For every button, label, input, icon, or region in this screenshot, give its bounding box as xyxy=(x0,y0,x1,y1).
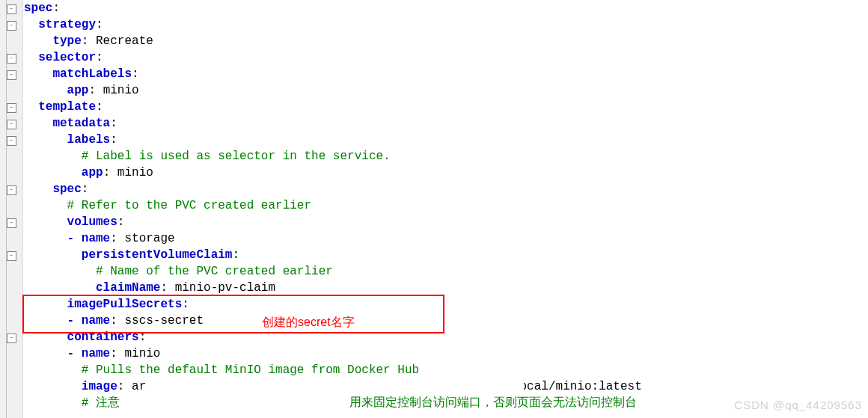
yaml-key: type xyxy=(52,34,81,48)
code-area[interactable]: spec: strategy: type: Recreate selector:… xyxy=(24,0,868,411)
code-line[interactable]: - name: minio xyxy=(24,345,868,362)
yaml-key: persistentVolumeClaim xyxy=(82,248,233,262)
yaml-value: : minio xyxy=(88,84,138,97)
code-line[interactable]: - name: sscs-secret xyxy=(24,313,868,329)
code-editor: ----------- spec: strategy: type: Recrea… xyxy=(0,0,868,418)
code-line[interactable]: image: ar e-docker-local/minio:latest xyxy=(24,378,868,395)
code-line[interactable]: app: minio xyxy=(24,82,868,99)
yaml-key: app xyxy=(67,84,89,97)
code-line[interactable]: persistentVolumeClaim: xyxy=(24,247,868,263)
fold-toggle[interactable]: - xyxy=(0,16,22,33)
yaml-value: : xyxy=(52,1,60,15)
comment: # Name of the PVC created earlier xyxy=(96,265,333,278)
code-line[interactable]: volumes: xyxy=(24,214,868,230)
fold-toggle[interactable]: - xyxy=(0,0,22,16)
yaml-key: labels xyxy=(67,133,111,147)
gutter: ----------- xyxy=(0,0,23,418)
yaml-value: : xyxy=(82,182,89,196)
yaml-value: : ar e-docker-local/minio:latest xyxy=(117,380,642,393)
code-line[interactable]: # Pulls the default MinIO image from Doc… xyxy=(24,362,868,378)
yaml-value: : xyxy=(132,67,139,81)
yaml-key: - name xyxy=(67,314,111,328)
yaml-value: : xyxy=(96,18,103,31)
fold-toggle[interactable]: - xyxy=(0,49,22,66)
yaml-key: imagePullSecrets xyxy=(67,298,183,311)
yaml-key: - name xyxy=(67,232,111,245)
code-line[interactable]: containers: xyxy=(24,329,868,345)
code-line[interactable]: claimName: minio-pv-claim xyxy=(24,280,868,296)
fold-toggle[interactable]: - xyxy=(0,247,22,263)
fold-toggle[interactable]: - xyxy=(0,214,22,230)
fold-toggle[interactable]: - xyxy=(0,66,22,82)
yaml-key: spec xyxy=(52,182,81,196)
code-line[interactable]: - name: storage xyxy=(24,230,868,247)
code-line[interactable]: # Refer to the PVC created earlier xyxy=(24,197,868,214)
code-line[interactable]: # Label is used as selector in the servi… xyxy=(24,148,868,165)
yaml-value: : xyxy=(96,51,103,64)
yaml-value: : storage xyxy=(110,232,174,245)
comment: # Label is used as selector in the servi… xyxy=(82,150,391,163)
yaml-key: spec xyxy=(24,1,52,15)
yaml-key: claimName xyxy=(96,281,160,295)
code-line[interactable]: template: xyxy=(24,99,868,115)
code-line[interactable]: # Name of the PVC created earlier xyxy=(24,263,868,280)
yaml-value: : xyxy=(96,100,103,114)
yaml-key: metadata xyxy=(52,117,110,130)
fold-toggle[interactable]: - xyxy=(0,115,22,132)
yaml-value: : xyxy=(139,331,147,344)
fold-toggle[interactable]: - xyxy=(0,329,22,345)
yaml-value: : xyxy=(110,117,117,130)
code-line[interactable]: imagePullSecrets: xyxy=(24,296,868,313)
yaml-key: volumes xyxy=(67,215,117,229)
yaml-key: image xyxy=(82,380,117,393)
comment: # 注意 用来固定控制台访问端口，否则页面会无法访问控制台 xyxy=(82,396,637,410)
code-line[interactable]: labels: xyxy=(24,132,868,148)
comment: # Pulls the default MinIO image from Doc… xyxy=(82,363,419,377)
code-line[interactable]: type: Recreate xyxy=(24,33,868,49)
yaml-key: app xyxy=(82,166,103,179)
yaml-key: containers xyxy=(67,331,139,344)
code-line[interactable]: strategy: xyxy=(24,16,868,33)
yaml-key: - name xyxy=(67,347,111,360)
yaml-value: : sscs-secret xyxy=(110,314,204,328)
yaml-value: : minio-pv-claim xyxy=(160,281,275,295)
yaml-value: : minio xyxy=(110,347,160,360)
code-line[interactable]: matchLabels: xyxy=(24,66,868,82)
fold-toggle[interactable]: - xyxy=(0,132,22,148)
yaml-value: : minio xyxy=(103,166,153,179)
yaml-key: strategy xyxy=(38,18,96,31)
code-line[interactable]: spec: xyxy=(24,181,868,197)
yaml-value: : xyxy=(110,133,117,147)
yaml-key: matchLabels xyxy=(52,67,132,81)
yaml-key: template xyxy=(38,100,96,114)
comment: # Refer to the PVC created earlier xyxy=(67,199,311,212)
yaml-value: : Recreate xyxy=(82,34,153,48)
yaml-value: : xyxy=(232,248,239,262)
yaml-value: : xyxy=(117,215,125,229)
yaml-key: selector xyxy=(38,51,96,64)
code-line[interactable]: app: minio xyxy=(24,165,868,181)
fold-toggle[interactable]: - xyxy=(0,181,22,197)
fold-toggle[interactable]: - xyxy=(0,99,22,115)
code-line[interactable]: # 注意 用来固定控制台访问端口，否则页面会无法访问控制台 xyxy=(24,395,868,411)
yaml-value: : xyxy=(182,298,189,311)
code-line[interactable]: spec: xyxy=(24,0,868,16)
code-line[interactable]: selector: xyxy=(24,49,868,66)
code-line[interactable]: metadata: xyxy=(24,115,868,132)
